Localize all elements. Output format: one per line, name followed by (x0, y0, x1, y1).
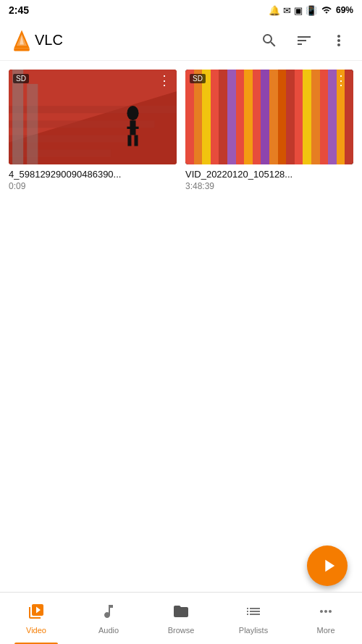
more-nav-icon (317, 603, 334, 623)
stripe (202, 70, 211, 164)
play-icon (319, 556, 339, 576)
video-name-2: VID_20220120_105128... (185, 169, 353, 180)
svg-rect-17 (27, 84, 38, 164)
play-fab[interactable] (307, 545, 348, 586)
video-more-button-2[interactable]: ⋮ (332, 72, 350, 88)
battery-icon: 69% (336, 5, 353, 15)
stripe (219, 70, 227, 164)
stripe (211, 70, 219, 164)
nav-item-video[interactable]: Video (0, 593, 72, 644)
video-duration-1: 0:09 (9, 181, 177, 191)
stripe (194, 70, 203, 164)
filter-button[interactable] (290, 26, 319, 55)
stripe (303, 70, 311, 164)
nav-label-video: Video (26, 626, 46, 635)
nav-item-browse[interactable]: Browse (145, 593, 217, 644)
sd-badge-2: SD (190, 74, 206, 83)
thumbnail-1: SD ⋮ (9, 70, 177, 164)
video-card-2[interactable]: SD ⋮ VID_20220120_105128... 3:48:39 (185, 70, 353, 191)
stripe (295, 70, 303, 164)
video-card-1[interactable]: SD ⋮ 4_598129290090486390... 0:09 (9, 70, 177, 191)
stripe (236, 70, 245, 164)
svg-rect-14 (127, 135, 131, 146)
stripes-visual (185, 70, 353, 164)
vibrate-icon: 📳 (306, 5, 317, 16)
nav-label-playlists: Playlists (239, 626, 268, 635)
nav-label-audio: Audio (98, 626, 119, 635)
video-grid: SD ⋮ 4_598129290090486390... 0:09 SD ⋮ V… (0, 61, 362, 200)
vlc-logo (9, 28, 35, 54)
search-icon (261, 32, 278, 49)
stripe (286, 70, 295, 164)
status-bar: 2:45 🔔 ✉ ▣ 📳 69% (0, 0, 362, 20)
stripe (253, 70, 261, 164)
thumbnail-2: SD ⋮ (185, 70, 353, 164)
playlists-nav-icon (245, 603, 262, 623)
app-bar-actions (255, 26, 353, 55)
search-button[interactable] (255, 26, 284, 55)
svg-point-11 (127, 106, 138, 120)
video-name-1: 4_598129290090486390... (9, 169, 177, 180)
svg-rect-10 (9, 150, 111, 157)
status-time: 2:45 (9, 4, 29, 16)
sd-badge-1: SD (13, 74, 29, 83)
stripe (185, 70, 194, 164)
email-icon: ✉ (283, 5, 291, 16)
stripe (320, 70, 329, 164)
bottom-nav: Video Audio Browse Playlists (0, 592, 362, 644)
stripe (261, 70, 269, 164)
svg-rect-1 (14, 48, 30, 51)
browse-nav-icon (172, 603, 190, 623)
nav-item-playlists[interactable]: Playlists (217, 593, 290, 644)
svg-rect-16 (12, 70, 23, 164)
status-icons: 🔔 ✉ ▣ 📳 69% (269, 5, 353, 16)
video-duration-2: 3:48:39 (185, 181, 353, 191)
nav-item-audio[interactable]: Audio (72, 593, 145, 644)
stripe (269, 70, 278, 164)
video-nav-icon (28, 603, 45, 623)
nav-label-browse: Browse (168, 626, 195, 635)
stripe (311, 70, 320, 164)
stripe (227, 70, 236, 164)
app-title: VLC (35, 32, 255, 49)
notification-icon: 🔔 (269, 5, 280, 16)
nav-label-more: More (316, 626, 334, 635)
filter-icon (295, 32, 313, 49)
more-options-button[interactable] (324, 26, 353, 55)
more-vert-icon (330, 32, 348, 49)
video-more-button-1[interactable]: ⋮ (155, 72, 174, 88)
svg-rect-15 (134, 135, 138, 146)
app-bar: VLC (0, 20, 362, 61)
nav-item-more[interactable]: More (290, 593, 362, 644)
sim-icon: ▣ (294, 5, 303, 16)
audio-nav-icon (100, 603, 117, 623)
wifi-icon (320, 5, 333, 15)
stripe (278, 70, 287, 164)
stripe (244, 70, 253, 164)
